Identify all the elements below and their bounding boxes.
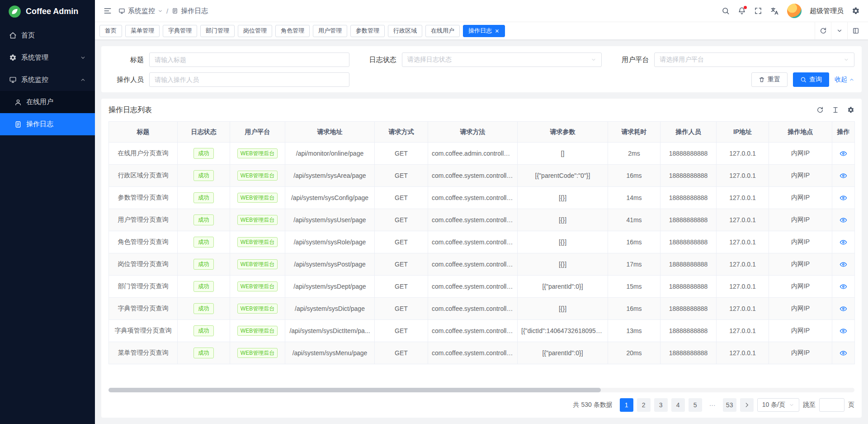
- search-button[interactable]: [722, 7, 730, 15]
- tab[interactable]: 岗位管理: [238, 25, 272, 37]
- sidebar-item-operation-log[interactable]: 操作日志: [0, 113, 95, 135]
- tab[interactable]: 部门管理: [200, 25, 235, 37]
- notifications-button[interactable]: [738, 7, 746, 15]
- view-detail-button[interactable]: [840, 261, 847, 268]
- page-button[interactable]: ···: [706, 398, 719, 412]
- cell-handler: com.coffee.system.controlle...: [428, 253, 518, 276]
- tab-bar-actions: [815, 22, 863, 39]
- cell-status: 成功: [178, 143, 230, 165]
- operator-input[interactable]: [155, 76, 344, 83]
- platform-badge: WEB管理后台: [237, 215, 278, 225]
- layout-toggle-button[interactable]: [847, 22, 863, 39]
- eye-icon: [840, 327, 847, 335]
- tab-label: 在线用户: [431, 27, 454, 35]
- cell-request-url: /api/system/sysDept/page: [285, 276, 375, 298]
- monitor-icon: [9, 76, 17, 84]
- collapse-filter-link[interactable]: 收起: [835, 76, 854, 84]
- cell-request-method: GET: [375, 143, 428, 165]
- chevron-down-icon: [844, 57, 849, 62]
- translate-button[interactable]: [770, 7, 779, 15]
- view-detail-button[interactable]: [840, 305, 847, 313]
- platform-select[interactable]: 请选择用户平台: [654, 52, 854, 67]
- avatar[interactable]: [787, 4, 802, 18]
- page-button[interactable]: 5: [689, 398, 702, 412]
- sidebar-item-system-monitor[interactable]: 系统监控: [0, 69, 95, 91]
- cell-params: [{"parentId":0}]: [518, 342, 608, 364]
- refresh-tab-button[interactable]: [815, 22, 831, 39]
- cell-duration: 16ms: [608, 231, 660, 253]
- settings-button[interactable]: [852, 7, 860, 15]
- cell-location: 内网IP: [769, 253, 832, 276]
- tab[interactable]: 参数管理: [350, 25, 385, 37]
- cell-duration: 16ms: [608, 165, 660, 187]
- next-page-button[interactable]: [740, 398, 754, 412]
- table-panel-header: 操作日志列表: [108, 99, 854, 121]
- table-density-button[interactable]: [832, 106, 839, 114]
- jump-page-input[interactable]: [819, 398, 844, 412]
- horizontal-scrollbar[interactable]: [108, 388, 854, 392]
- sidebar-item-online-users[interactable]: 在线用户: [0, 91, 95, 113]
- reset-button[interactable]: 重置: [751, 72, 788, 87]
- view-detail-button[interactable]: [840, 194, 847, 202]
- filter-field-platform: 用户平台 请选择用户平台: [613, 52, 854, 67]
- app-logo[interactable]: Coffee Admin: [0, 0, 95, 23]
- table-refresh-button[interactable]: [816, 106, 824, 114]
- view-detail-button[interactable]: [840, 283, 847, 291]
- collapse-sidebar-button[interactable]: [103, 6, 112, 15]
- tab[interactable]: 在线用户: [425, 25, 460, 37]
- cell-request-method: GET: [375, 320, 428, 342]
- page-button[interactable]: 4: [671, 398, 685, 412]
- cell-platform: WEB管理后台: [230, 298, 285, 320]
- gear-icon: [847, 106, 854, 114]
- view-detail-button[interactable]: [840, 172, 847, 180]
- table-settings-button[interactable]: [847, 106, 854, 114]
- cell-ip: 127.0.0.1: [717, 231, 769, 253]
- operator-input-wrap: [149, 72, 349, 87]
- view-detail-button[interactable]: [840, 349, 847, 357]
- tab[interactable]: 操作日志: [463, 25, 505, 37]
- fullscreen-button[interactable]: [754, 7, 762, 15]
- close-icon[interactable]: [495, 29, 500, 33]
- operation-log-table: 标题 日志状态 用户平台 请求地址 请求方式 请求方法: [108, 121, 855, 364]
- tab[interactable]: 用户管理: [313, 25, 347, 37]
- page-button[interactable]: 3: [654, 398, 668, 412]
- cell-platform: WEB管理后台: [230, 320, 285, 342]
- tab[interactable]: 菜单管理: [125, 25, 160, 37]
- table-header: 标题 日志状态 用户平台 请求地址 请求方式 请求方法: [109, 122, 855, 143]
- sidebar-item-system-management[interactable]: 系统管理: [0, 47, 95, 69]
- title-input[interactable]: [155, 56, 344, 63]
- bell-icon: [738, 7, 746, 15]
- status-badge: 成功: [193, 214, 214, 226]
- tab-label: 行政区域: [393, 27, 417, 35]
- scrollbar-thumb[interactable]: [108, 388, 601, 392]
- cell-platform: WEB管理后台: [230, 209, 285, 231]
- status-badge: 成功: [193, 192, 214, 204]
- page-button[interactable]: 1: [620, 398, 633, 412]
- tab-bar: 首页 菜单管理 字典管理 部门管理: [95, 22, 868, 40]
- tab[interactable]: 角色管理: [275, 25, 310, 37]
- page-size-select[interactable]: 10 条/页: [757, 398, 799, 412]
- tab[interactable]: 行政区域: [388, 25, 422, 37]
- view-detail-button[interactable]: [840, 327, 847, 335]
- breadcrumb-parent[interactable]: 系统监控: [118, 7, 163, 15]
- status-select[interactable]: 请选择日志状态: [402, 52, 602, 67]
- status-select-placeholder: 请选择日志状态: [407, 56, 589, 64]
- tab-options-button[interactable]: [831, 22, 847, 39]
- view-detail-button[interactable]: [840, 150, 847, 157]
- cell-operator: 18888888888: [660, 320, 717, 342]
- tab[interactable]: 首页: [99, 25, 122, 37]
- page-button[interactable]: 2: [637, 398, 651, 412]
- search-button[interactable]: 查询: [793, 72, 829, 87]
- cell-handler: com.coffee.system.controlle...: [428, 231, 518, 253]
- cell-location: 内网IP: [769, 209, 832, 231]
- tab[interactable]: 字典管理: [163, 25, 197, 37]
- eye-icon: [840, 283, 847, 291]
- column-header: 请求地址: [285, 122, 375, 143]
- view-detail-button[interactable]: [840, 216, 847, 224]
- column-header: 请求耗时: [608, 122, 660, 143]
- current-user-name[interactable]: 超级管理员: [810, 7, 844, 15]
- view-detail-button[interactable]: [840, 238, 847, 246]
- sidebar-item-home[interactable]: 首页: [0, 24, 95, 47]
- table-row: 部门管理分页查询 成功 WEB管理后台 /api/system/sysDept/…: [109, 276, 855, 298]
- page-button[interactable]: 53: [723, 398, 736, 412]
